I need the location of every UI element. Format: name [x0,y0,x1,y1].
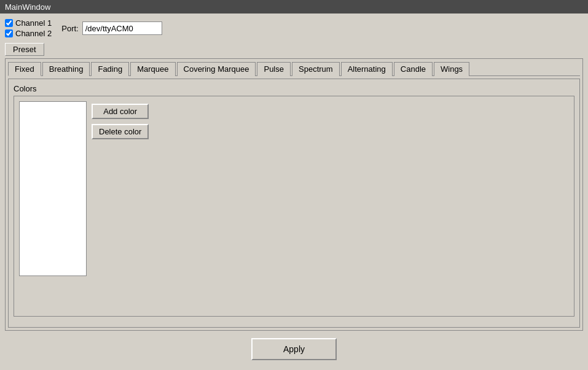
tab-marquee[interactable]: Marquee [130,62,175,76]
tab-covering-marquee[interactable]: Covering Marquee [177,62,256,76]
port-label: Port: [61,24,78,33]
window-title: MainWindow [5,2,50,12]
apply-button[interactable]: Apply [251,338,337,360]
port-row: Port: [61,21,162,35]
tab-candle[interactable]: Candle [394,62,433,76]
tabs-container: Fixed Breathing Fading Marquee Covering … [8,61,580,76]
top-row: Channel 1 Channel 2 Port: [5,18,583,38]
channel2-label[interactable]: Channel 2 [5,29,52,38]
tab-fixed[interactable]: Fixed [8,62,41,76]
title-bar: MainWindow [0,0,588,13]
channel1-text: Channel 1 [15,18,52,28]
tab-content-fixed: Colors Add color Delete color [8,79,580,328]
tab-breathing[interactable]: Breathing [42,62,90,76]
delete-color-button[interactable]: Delete color [92,124,149,139]
tab-fading[interactable]: Fading [91,62,129,76]
checkboxes: Channel 1 Channel 2 [5,18,52,38]
tab-alternating[interactable]: Alternating [341,62,393,76]
add-color-button[interactable]: Add color [92,104,149,119]
color-list[interactable] [19,101,87,276]
colors-area: Add color Delete color [14,96,574,317]
tab-wings[interactable]: Wings [434,62,469,76]
port-input[interactable] [82,21,162,35]
channel1-label[interactable]: Channel 1 [5,18,52,28]
main-content: Channel 1 Channel 2 Port: Preset Fixed B… [0,13,588,370]
color-buttons: Add color Delete color [92,104,149,311]
channel2-text: Channel 2 [15,29,52,38]
bottom-row: Apply [5,331,583,365]
preset-panel: Fixed Breathing Fading Marquee Covering … [5,58,583,331]
channel1-checkbox[interactable] [5,19,13,27]
preset-button[interactable]: Preset [5,43,44,56]
tab-spectrum[interactable]: Spectrum [292,62,340,76]
colors-label: Colors [14,84,574,93]
channel2-checkbox[interactable] [5,29,13,37]
tab-pulse[interactable]: Pulse [257,62,291,76]
